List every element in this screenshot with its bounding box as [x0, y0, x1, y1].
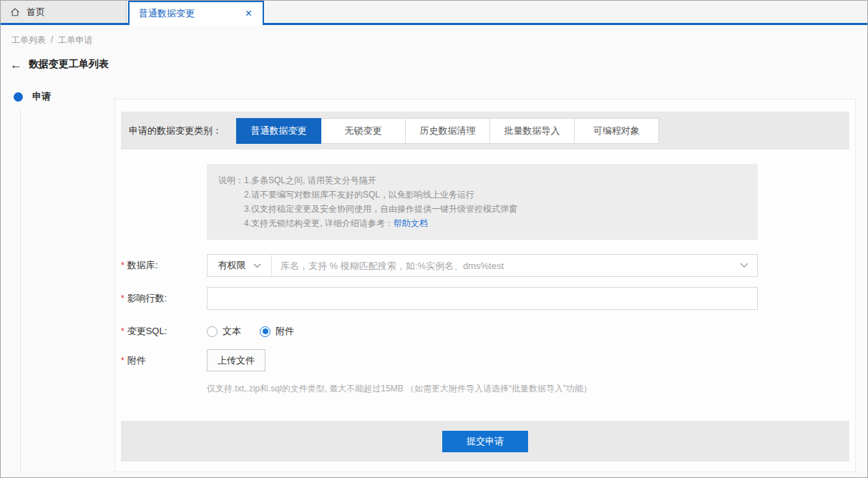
category-strip: 申请的数据变更类别： 普通数据变更 无锁变更 历史数据清理 批量数据导入 可编程…: [121, 112, 849, 150]
tab-active[interactable]: 普通数据变更 ×: [128, 1, 264, 25]
attachment-row: *附件 上传文件: [115, 349, 855, 371]
note-line-2: 2.请不要编写对数据库不友好的SQL，以免影响线上业务运行: [244, 187, 517, 202]
page-title-row: ← 数据变更工单列表: [10, 58, 867, 71]
step-timeline: [20, 110, 21, 472]
tab-active-label: 普通数据变更: [139, 7, 195, 20]
database-row: *数据库: 有权限: [115, 254, 855, 277]
sql-attachment-radio-label: 附件: [275, 325, 294, 338]
affected-rows-label: *影响行数:: [121, 292, 207, 305]
submit-application-button[interactable]: 提交申请: [442, 431, 528, 452]
required-mark: *: [121, 260, 125, 270]
step-label: 申请: [32, 90, 51, 103]
notes-label: 说明：: [218, 173, 244, 230]
database-label: *数据库:: [121, 259, 207, 272]
help-doc-link[interactable]: 帮助文档: [394, 218, 428, 228]
category-programmable-object[interactable]: 可编程对象: [574, 118, 659, 144]
affected-rows-row: *影响行数:: [115, 287, 855, 310]
database-select-control: 有权限: [207, 254, 758, 277]
submit-strip: 提交申请: [121, 421, 849, 462]
required-mark: *: [121, 356, 125, 366]
change-sql-radio-group: 文本 附件: [207, 325, 294, 338]
category-normal-data-change[interactable]: 普通数据变更: [236, 118, 321, 144]
close-icon[interactable]: ×: [244, 8, 253, 19]
required-mark: *: [121, 293, 125, 303]
attachment-hint: 仅支持.txt,.zip和.sql的文件类型, 最大不能超过15MB （如需更大…: [207, 383, 855, 395]
category-lock-free-change[interactable]: 无锁变更: [321, 118, 406, 144]
breadcrumb-separator: /: [51, 34, 53, 47]
note-line-4: 4.支持无锁结构变更, 详细介绍请参考：帮助文档: [244, 216, 517, 230]
note-line-3: 3.仅支持稳定变更及安全协同使用，自由操作提供一键升级管控模式弹窗: [244, 202, 517, 216]
change-sql-label: *变更SQL:: [121, 325, 207, 338]
breadcrumb-ticket-apply[interactable]: 工单申请: [58, 34, 92, 47]
affected-rows-input[interactable]: [207, 287, 758, 310]
required-mark: *: [121, 326, 125, 336]
breadcrumb: 工单列表 / 工单申请: [11, 34, 867, 47]
database-scope-dropdown[interactable]: 有权限: [208, 255, 272, 276]
note-line-1: 1.多条SQL之间, 请用英文分号隔开: [244, 173, 517, 187]
step-dot-icon: [14, 92, 23, 102]
database-search-input[interactable]: [272, 260, 731, 271]
category-batch-data-import[interactable]: 批量数据导入: [489, 118, 575, 144]
attachment-label: *附件: [121, 354, 207, 367]
breadcrumb-ticket-list[interactable]: 工单列表: [11, 34, 46, 47]
database-scope-value: 有权限: [218, 259, 246, 272]
category-label: 申请的数据变更类别：: [129, 125, 222, 137]
sql-attachment-radio[interactable]: 附件: [260, 325, 294, 338]
sql-text-radio-label: 文本: [223, 325, 241, 338]
page-title: 数据变更工单列表: [29, 58, 109, 71]
app-window: 首页 普通数据变更 × 工单列表 / 工单申请 ← 数据变更工单列表 申请 申请…: [0, 0, 868, 478]
home-icon: [10, 7, 20, 17]
sql-text-radio[interactable]: 文本: [207, 325, 241, 338]
back-arrow-icon[interactable]: ←: [10, 59, 22, 71]
database-expand-button[interactable]: [731, 263, 757, 268]
change-sql-row: *变更SQL: 文本 附件: [115, 325, 855, 338]
chevron-down-icon: [253, 263, 261, 268]
tab-home[interactable]: 首页: [1, 1, 127, 23]
apply-form-card: 申请的数据变更类别： 普通数据变更 无锁变更 历史数据清理 批量数据导入 可编程…: [114, 99, 856, 472]
category-history-data-clean[interactable]: 历史数据清理: [405, 118, 490, 144]
tab-bar: 首页 普通数据变更 ×: [1, 1, 867, 25]
chevron-down-icon: [740, 263, 748, 268]
category-button-group: 普通数据变更 无锁变更 历史数据清理 批量数据导入 可编程对象: [236, 118, 659, 144]
notes-box: 说明： 1.多条SQL之间, 请用英文分号隔开 2.请不要编写对数据库不友好的S…: [207, 164, 758, 240]
tab-home-label: 首页: [26, 6, 45, 19]
upload-file-button[interactable]: 上传文件: [207, 349, 265, 371]
radio-unchecked-icon: [207, 326, 218, 337]
radio-checked-icon: [260, 326, 270, 337]
notes-lines: 1.多条SQL之间, 请用英文分号隔开 2.请不要编写对数据库不友好的SQL，以…: [244, 173, 517, 230]
